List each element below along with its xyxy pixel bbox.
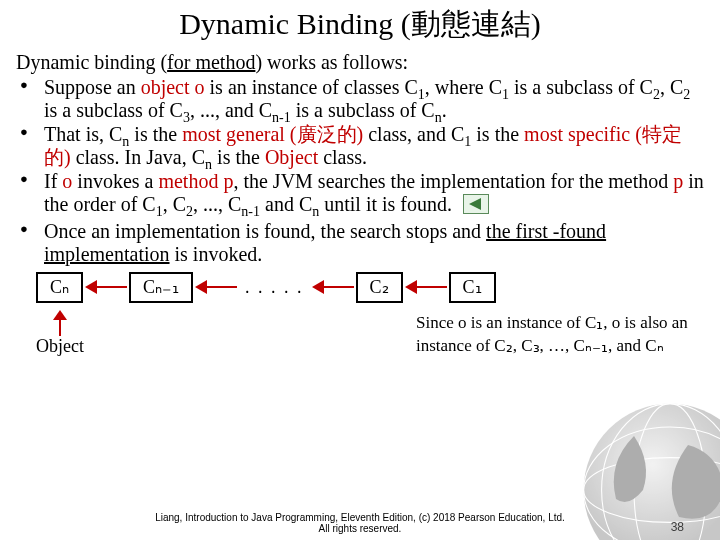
arrow-icon [195,280,237,294]
slide-body: Dynamic binding (for method) works as fo… [0,51,720,382]
object-label: Object [36,336,84,357]
p-ref: p [673,170,683,192]
page-number: 38 [671,520,684,534]
box-cn: Cₙ [36,272,83,303]
method-p: method p [158,170,233,192]
class-chain-diagram: Cₙ Cₙ₋₁ . . . . . C₂ C₁ Object Since o i… [36,272,706,382]
box-c1: C₁ [449,272,496,303]
slide-title: Dynamic Binding (動態連結) [0,0,720,51]
bullet-1: Suppose an object o is an instance of cl… [44,76,706,122]
object-class: Object [265,146,318,168]
arrow-icon [405,280,447,294]
bullet-2: That is, Cn is the most general (廣泛的) cl… [44,123,706,169]
intro-pre: Dynamic binding ( [16,51,167,73]
box-cn-1: Cₙ₋₁ [129,272,193,303]
ellipsis: . . . . . [239,277,310,298]
footer: Liang, Introduction to Java Programming,… [0,512,720,534]
box-c2: C₂ [356,272,403,303]
object-o: object o [141,76,205,98]
intro-underline: for method [167,51,255,73]
intro-post: ) works as follows: [255,51,408,73]
since-text: Since o is an instance of C₁, o is also … [416,312,688,358]
bullet-4: Once an implementation is found, the sea… [44,220,706,266]
o-ref: o [62,170,72,192]
arrow-up-icon [53,310,67,336]
most-general: most general (廣泛的) [182,123,363,145]
arrow-icon [312,280,354,294]
previous-slide-icon[interactable] [463,194,489,219]
bullet-3: If o invokes a method p, the JVM searche… [44,170,706,219]
intro-line: Dynamic binding (for method) works as fo… [16,51,706,74]
arrow-icon [85,280,127,294]
